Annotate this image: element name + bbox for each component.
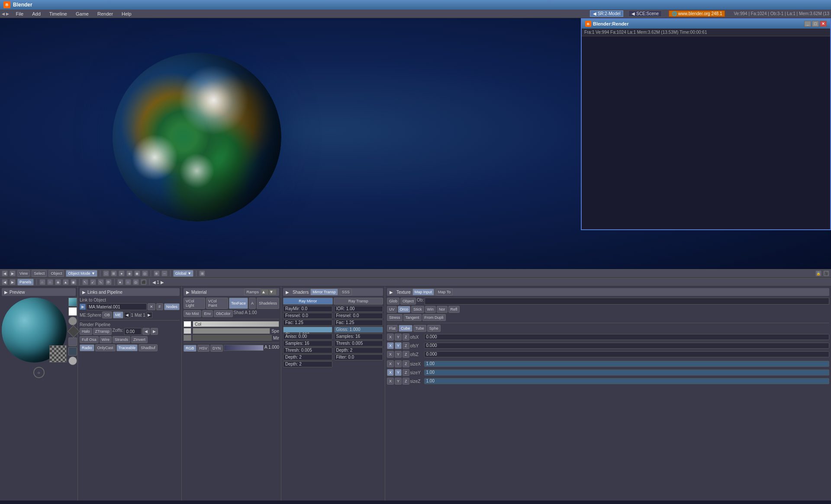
map-input-btn[interactable]: Map Input bbox=[412, 289, 434, 295]
nodes-btn[interactable]: Nodes bbox=[164, 303, 180, 310]
depth-transp-slider[interactable]: Depth: 2 bbox=[334, 347, 383, 353]
win-btn[interactable]: Win bbox=[425, 306, 436, 313]
refl-btn[interactable]: Refl bbox=[448, 306, 460, 313]
stress-btn[interactable]: Stress bbox=[387, 314, 403, 321]
ramps-btn[interactable]: Ramps bbox=[244, 289, 261, 295]
sizex-slider[interactable]: 1.00 bbox=[424, 361, 829, 367]
icon-lock[interactable]: 🔒 bbox=[815, 270, 821, 276]
object-menu[interactable]: Object bbox=[48, 270, 64, 277]
icon-grid[interactable]: ⊞ bbox=[199, 270, 205, 276]
view-menu[interactable]: View bbox=[17, 270, 30, 277]
zinvert-btn[interactable]: ZInvert bbox=[131, 336, 148, 343]
menu-game[interactable]: Game bbox=[74, 11, 90, 16]
z-coord-btn1[interactable]: Z bbox=[403, 334, 409, 340]
icon-b12[interactable]: ◎ bbox=[133, 279, 139, 285]
wire-btn[interactable]: Wire bbox=[100, 336, 112, 343]
panels-icon2[interactable]: ▶ bbox=[10, 279, 16, 285]
raymi-slider[interactable]: RayMir: 0.0 bbox=[283, 306, 332, 312]
y-size-btn2[interactable]: Y bbox=[395, 369, 402, 376]
rgb-btn[interactable]: RGB bbox=[184, 345, 196, 352]
ray-transp-btn[interactable]: Ray Transp bbox=[334, 298, 383, 305]
maximize-button[interactable]: □ bbox=[812, 21, 819, 27]
cube-btn[interactable]: Cube bbox=[399, 325, 412, 332]
icon-wire[interactable]: ⊞ bbox=[111, 270, 117, 276]
icon-b10[interactable]: ● bbox=[117, 279, 123, 285]
env-btn[interactable]: Env bbox=[202, 310, 213, 317]
full-osa-btn[interactable]: Full Osa bbox=[80, 336, 99, 343]
vcol-light-btn[interactable]: VCol Light bbox=[184, 298, 205, 309]
thresh-mirror-slider[interactable]: Thresh: 0.005 bbox=[283, 347, 332, 353]
select-menu[interactable]: Select bbox=[32, 270, 47, 277]
icon-manip[interactable]: ↔ bbox=[161, 270, 167, 276]
object-btn[interactable]: Object bbox=[400, 298, 416, 305]
swatch-cube[interactable] bbox=[68, 325, 80, 337]
fac-transp-slider[interactable]: Fac: 1.25 bbox=[334, 320, 383, 326]
z-size-btn3[interactable]: Z bbox=[403, 378, 409, 385]
icon-b2[interactable]: ○ bbox=[47, 279, 53, 285]
radio-btn[interactable]: Radio bbox=[80, 344, 94, 351]
no-mist-btn[interactable]: No Mist bbox=[184, 310, 201, 317]
panels-icon[interactable]: ◀ bbox=[2, 279, 8, 285]
fac-mirror-slider[interactable]: Fac: 1.25 bbox=[283, 320, 332, 326]
ofsy-slider[interactable]: 0.000 bbox=[424, 343, 829, 349]
flat-btn[interactable]: Flat bbox=[387, 325, 398, 332]
x-size-btn3[interactable]: X bbox=[387, 378, 394, 385]
spe-swatch[interactable] bbox=[184, 328, 191, 334]
z-size-btn1[interactable]: Z bbox=[403, 360, 409, 367]
y-size-btn1[interactable]: Y bbox=[395, 360, 402, 367]
y-size-btn3[interactable]: Y bbox=[395, 378, 402, 385]
x-coord-btn3[interactable]: X bbox=[387, 351, 394, 358]
sr-field[interactable]: ◀ SR:2-Model bbox=[590, 10, 624, 17]
menu-add[interactable]: Add bbox=[30, 11, 42, 16]
y-coord-btn2[interactable]: Y bbox=[395, 342, 402, 349]
from-dupli-btn[interactable]: From Dupli bbox=[422, 314, 446, 321]
toolbar-icon-1[interactable]: ◀ bbox=[2, 270, 8, 276]
uv-btn[interactable]: UV bbox=[387, 306, 397, 313]
me-btn[interactable]: ME bbox=[113, 311, 123, 318]
icon-shaded[interactable]: ◉ bbox=[134, 270, 140, 276]
obcolor-btn[interactable]: ObColor bbox=[214, 310, 233, 317]
icon-draw[interactable]: □ bbox=[103, 270, 109, 276]
ma-f-btn[interactable]: F bbox=[156, 303, 163, 310]
x-size-btn2[interactable]: X bbox=[387, 369, 394, 376]
shadeless-btn[interactable]: Shadeless bbox=[257, 298, 279, 309]
icon-b4[interactable]: ▲ bbox=[63, 279, 69, 285]
icon-snap[interactable]: ⊕ bbox=[154, 270, 160, 276]
zoffs-next[interactable]: ▶ bbox=[151, 328, 158, 335]
tangent-btn[interactable]: Tangent bbox=[403, 314, 422, 321]
z-coord-btn2[interactable]: Z bbox=[403, 342, 409, 349]
sss-btn[interactable]: SSS bbox=[340, 289, 352, 295]
url-field[interactable]: 🌐 www.blender.org 248.1 bbox=[669, 10, 725, 17]
depth-mirror-slider[interactable]: Depth: 2 bbox=[283, 354, 332, 360]
me-prev-btn[interactable]: ◀ bbox=[124, 312, 130, 318]
zoffs-prev[interactable]: ◀ bbox=[142, 328, 150, 335]
y-coord-btn3[interactable]: Y bbox=[395, 351, 402, 358]
zoffs-input[interactable] bbox=[124, 328, 142, 335]
a-btn[interactable]: A bbox=[249, 298, 256, 309]
orco-btn[interactable]: Orco bbox=[398, 306, 411, 313]
icon-b1[interactable]: ○ bbox=[39, 279, 45, 285]
fresnel-mirror-slider[interactable]: Fresnel: 0.0 bbox=[283, 313, 332, 319]
nor-btn[interactable]: Nor bbox=[437, 306, 448, 313]
gloss-mirror-slider[interactable]: Gloss: 1.000 bbox=[283, 327, 332, 333]
icon-solid[interactable]: ● bbox=[119, 270, 125, 276]
swatch-2[interactable] bbox=[68, 307, 77, 316]
icon-b3[interactable]: ◈ bbox=[55, 279, 61, 285]
material-collapse-btn[interactable]: ▼ bbox=[269, 289, 277, 295]
sizez-slider[interactable]: 1.00 bbox=[424, 378, 829, 384]
preview-render-btn[interactable]: ○ bbox=[33, 367, 45, 378]
fresnel-transp-slider[interactable]: Fresnel: 0.0 bbox=[334, 313, 383, 319]
vcol-paint-btn[interactable]: VCol Paint bbox=[206, 298, 228, 309]
icon-b6[interactable]: ↖ bbox=[82, 279, 88, 285]
swatch-5[interactable] bbox=[68, 337, 77, 346]
texface-btn[interactable]: TexFace bbox=[229, 298, 248, 309]
menu-render[interactable]: Render bbox=[96, 11, 115, 16]
col-swatch[interactable] bbox=[184, 321, 191, 327]
swatch-1[interactable] bbox=[68, 298, 77, 306]
traceable-btn[interactable]: Traceable bbox=[116, 344, 138, 351]
samples-transp-slider[interactable]: Samples: 16 bbox=[334, 334, 383, 340]
x-coord-btn1[interactable]: X bbox=[387, 334, 394, 340]
aniso-slider[interactable]: Aniso: 0.00 bbox=[283, 334, 332, 340]
icon-tex[interactable]: ◈ bbox=[126, 270, 132, 276]
mir-swatch[interactable] bbox=[184, 335, 191, 341]
